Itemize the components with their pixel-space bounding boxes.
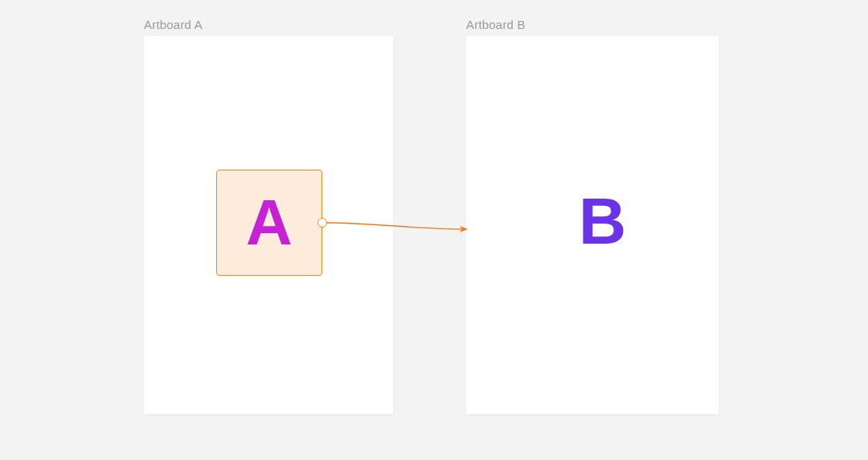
artboard-b-label[interactable]: Artboard B xyxy=(466,18,526,31)
connector-handle[interactable] xyxy=(317,218,327,228)
artboard-a-label[interactable]: Artboard A xyxy=(144,18,203,31)
prototype-connector xyxy=(0,0,868,460)
design-canvas[interactable]: Artboard A Artboard B A B xyxy=(0,0,868,460)
element-letter-b: B xyxy=(579,188,626,254)
selected-element[interactable]: A xyxy=(216,170,322,276)
element-letter-a: A xyxy=(246,191,293,255)
